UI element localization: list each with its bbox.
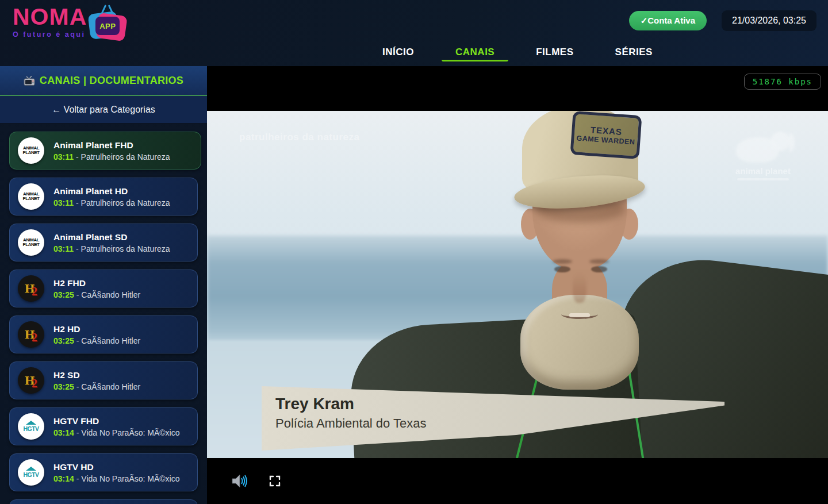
brand-tagline: O futuro é aqui xyxy=(13,30,87,39)
channel-subtitle: 03:11- Patrulheiros da Natureza xyxy=(53,198,170,207)
channel-time: 03:25 xyxy=(53,382,74,391)
category-title: CANAIS | DOCUMENTARIOS xyxy=(40,75,183,87)
video-frame: patrulheiros da natureza animal planet xyxy=(207,111,828,458)
channel-subtitle: 03:25- CaÃ§ando Hitler xyxy=(53,382,140,391)
nav-tab-inicio[interactable]: INÍCIO xyxy=(377,43,420,64)
fullscreen-icon xyxy=(269,475,281,487)
content-row: CANAIS | DOCUMENTARIOS ← Voltar para Cat… xyxy=(0,66,828,504)
channel-logo-text: 2 xyxy=(32,377,37,390)
tv-set-icon xyxy=(24,76,35,86)
channel-name: Animal Planet SD xyxy=(53,232,170,243)
channel-logo-text: 2 xyxy=(32,285,37,298)
channel-time: 03:25 xyxy=(53,290,74,299)
channel-program: - Patrulheiros da Natureza xyxy=(76,244,170,253)
channel-name: Animal Planet HD xyxy=(53,186,170,197)
channel-time: 03:14 xyxy=(53,428,74,437)
cap-patch: TEXAS GAME WARDEN xyxy=(570,111,642,159)
channel-program: - CaÃ§ando Hitler xyxy=(76,336,140,345)
channel-text: Animal Planet FHD 03:11- Patrulheiros da… xyxy=(53,140,170,161)
person-eyebrow xyxy=(589,259,609,264)
channel-text: H2 FHD 03:25- CaÃ§ando Hitler xyxy=(53,278,140,299)
channel-item[interactable]: HGTV HGTV HD 03:14- Vida No ParaÃ­so: MÃ… xyxy=(9,453,198,491)
datetime-display: 21/03/2026, 03:25 xyxy=(722,10,816,31)
channel-time: 03:25 xyxy=(53,336,74,345)
channel-subtitle: 03:25- CaÃ§ando Hitler xyxy=(53,336,140,345)
volume-icon xyxy=(231,473,250,489)
channel-logo-icon: H2 xyxy=(18,367,44,394)
header-right-group: ✓Conta Ativa 21/03/2026, 03:25 xyxy=(629,10,816,31)
channel-item[interactable]: HGTV HGTV FHD 03:14- Vida No ParaÃ­so: M… xyxy=(9,407,198,445)
brand-text-block: NOMA O futuro é aqui xyxy=(13,5,87,39)
fullscreen-button[interactable] xyxy=(269,475,281,487)
channel-sidebar: CANAIS | DOCUMENTARIOS ← Voltar para Cat… xyxy=(0,66,207,504)
channel-text: H2 HD 03:25- CaÃ§ando Hitler xyxy=(53,324,140,345)
volume-button[interactable] xyxy=(231,473,250,489)
channel-item[interactable]: ANIMALPLANET Animal Planet SD 03:11- Pat… xyxy=(9,224,198,261)
bitrate-badge: 51876 kbps xyxy=(744,74,821,90)
channel-item[interactable]: ANIMALPLANET Animal Planet FHD 03:11- Pa… xyxy=(9,132,201,170)
category-header: CANAIS | DOCUMENTARIOS xyxy=(0,66,207,96)
channel-logo-icon: ANIMALPLANET xyxy=(18,229,44,256)
nav-tab-séries[interactable]: SÉRIES xyxy=(610,43,658,64)
channel-subtitle: 03:14- Vida No ParaÃ­so: MÃ©xico xyxy=(53,428,180,437)
channel-item[interactable]: H2 H2 FHD 03:25- CaÃ§ando Hitler xyxy=(9,270,198,307)
speaker-name: Trey Kram xyxy=(275,395,354,413)
speaker-title: Polícia Ambiental do Texas xyxy=(275,416,427,431)
tv-logo-icon: APP xyxy=(88,6,128,43)
channel-logo-text: HGTV xyxy=(23,425,39,432)
channel-program: - Patrulheiros da Natureza xyxy=(76,198,170,207)
channel-time: 03:14 xyxy=(53,474,74,483)
channel-text: HGTV HD 03:14- Vida No ParaÃ­so: MÃ©xico xyxy=(53,462,180,483)
elephant-logo-icon xyxy=(731,127,795,165)
channel-text: Animal Planet SD 03:11- Patrulheiros da … xyxy=(53,232,170,253)
channel-subtitle: 03:14- Vida No ParaÃ­so: MÃ©xico xyxy=(53,474,180,483)
channel-logo-icon: ANIMALPLANET xyxy=(18,137,44,164)
channel-logo-icon: HGTV xyxy=(18,459,44,486)
channel-item[interactable]: ANIMALPLANET Animal Planet HD 03:11- Pat… xyxy=(9,178,198,216)
nav-tab-filmes[interactable]: FILMES xyxy=(530,43,579,64)
channel-subtitle: 03:25- CaÃ§ando Hitler xyxy=(53,290,140,299)
channel-logo-text: 2 xyxy=(32,331,37,344)
player-controls-bar xyxy=(207,458,828,504)
channel-list: ANIMALPLANET Animal Planet FHD 03:11- Pa… xyxy=(0,124,207,504)
back-to-categories-link[interactable]: ← Voltar para Categorias xyxy=(0,96,207,124)
nav-tab-canais[interactable]: CANAIS xyxy=(450,43,500,64)
channel-program: - Vida No ParaÃ­so: MÃ©xico xyxy=(76,428,180,437)
channel-subtitle: 03:11- Patrulheiros da Natureza xyxy=(53,152,170,161)
person-eyebrow xyxy=(553,259,572,264)
channel-time: 03:11 xyxy=(53,152,74,161)
channel-text: Animal Planet HD 03:11- Patrulheiros da … xyxy=(53,186,170,207)
channel-watermark-label: animal planet xyxy=(726,166,800,176)
channel-program: - Patrulheiros da Natureza xyxy=(76,152,170,161)
back-label: ← Voltar para Categorias xyxy=(52,105,155,115)
person-eye xyxy=(554,266,570,272)
brand-name: NOMA xyxy=(13,5,87,29)
top-header: NOMA O futuro é aqui APP ✓Conta Ativa 21… xyxy=(0,0,828,66)
channel-logo-icon: ANIMALPLANET xyxy=(18,183,44,210)
channel-logo-text: HGTV xyxy=(23,471,39,478)
channel-watermark: animal planet xyxy=(726,127,800,180)
app-logo: NOMA O futuro é aqui APP xyxy=(13,5,128,43)
channel-item[interactable]: H2 H2 SD 03:25- CaÃ§ando Hitler xyxy=(9,361,198,399)
account-status-badge[interactable]: ✓Conta Ativa xyxy=(629,11,707,30)
channel-time: 03:11 xyxy=(53,198,74,207)
channel-program: - CaÃ§ando Hitler xyxy=(76,382,140,391)
channel-name: H2 FHD xyxy=(53,278,140,288)
channel-logo-icon: HGTV xyxy=(18,413,44,440)
cap-patch-line2: GAME WARDEN xyxy=(576,134,635,146)
person-eye xyxy=(591,266,607,272)
channel-name: H2 HD xyxy=(53,324,140,334)
person-nose xyxy=(573,273,586,303)
channel-logo-text: PLANET xyxy=(23,151,40,155)
channel-item[interactable]: H2 H2 HD 03:25- CaÃ§ando Hitler xyxy=(9,316,198,353)
channel-watermark-bar xyxy=(737,178,789,180)
app-root: NOMA O futuro é aqui APP ✓Conta Ativa 21… xyxy=(0,0,828,504)
channel-logo-text: PLANET xyxy=(23,197,40,201)
channel-item-partial[interactable] xyxy=(9,499,198,504)
channel-name: HGTV FHD xyxy=(53,416,180,426)
app-badge-label: APP xyxy=(99,22,116,30)
channel-logo-text: PLANET xyxy=(23,243,40,247)
channel-name: Animal Planet FHD xyxy=(53,140,170,151)
person-neck-gaiter xyxy=(520,295,639,390)
channel-subtitle: 03:11- Patrulheiros da Natureza xyxy=(53,244,170,253)
